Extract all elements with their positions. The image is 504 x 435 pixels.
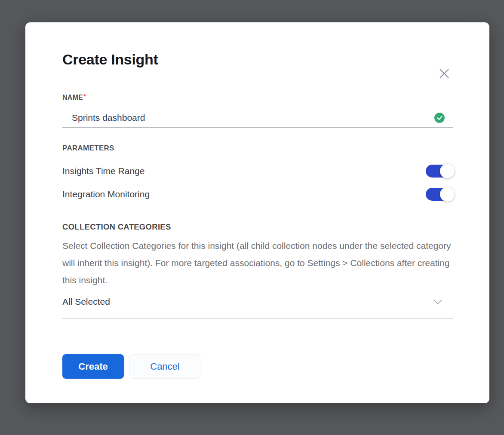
close-button[interactable] (437, 66, 452, 81)
toggle-label: Integration Monitoring (62, 189, 150, 199)
check-circle-icon (434, 113, 445, 123)
collection-categories-select[interactable]: All Selected (62, 296, 453, 319)
create-insight-modal: Create Insight NAME* PARAMETERS Insights… (25, 22, 489, 403)
collection-categories-description: Select Collection Categories for this in… (62, 237, 453, 289)
select-value: All Selected (62, 296, 110, 307)
modal-overlay: Create Insight NAME* PARAMETERS Insights… (0, 0, 504, 435)
name-input[interactable] (62, 112, 436, 123)
toggle-row-insights-time-range: Insights Time Range (62, 165, 453, 178)
toggle-knob (440, 187, 455, 202)
toggle-knob (440, 164, 455, 178)
close-icon (439, 68, 450, 79)
name-field-label: NAME* (62, 94, 453, 101)
cancel-button[interactable]: Cancel (129, 354, 200, 379)
collection-categories-label: COLLECTION CATEGORIES (62, 222, 453, 232)
toggle-label: Insights Time Range (62, 166, 144, 176)
page-title: Create Insight (62, 50, 453, 69)
integration-monitoring-toggle[interactable] (426, 188, 453, 201)
modal-actions: Create Cancel (62, 354, 453, 379)
create-button[interactable]: Create (62, 354, 124, 379)
insights-time-range-toggle[interactable] (426, 165, 453, 178)
name-input-row (62, 112, 453, 128)
parameters-section-label: PARAMETERS (62, 144, 453, 153)
chevron-down-icon (433, 299, 443, 305)
required-asterisk: * (83, 92, 86, 100)
toggle-row-integration-monitoring: Integration Monitoring (62, 188, 453, 201)
